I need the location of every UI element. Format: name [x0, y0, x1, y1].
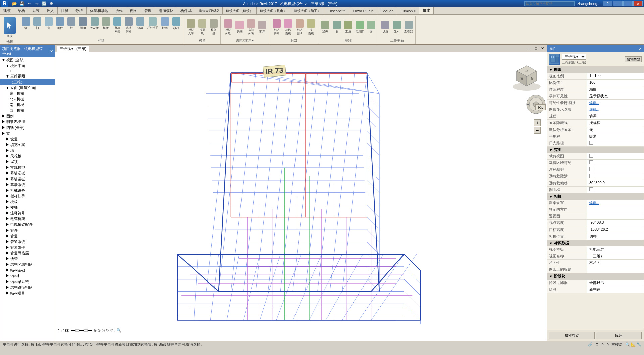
tab-systems[interactable]: 系统 [29, 7, 43, 14]
tab-architecture[interactable]: 建筑 [0, 7, 14, 14]
search-input[interactable] [524, 1, 575, 6]
tree-item[interactable]: 东 - 机械 [0, 91, 55, 96]
area-btn[interactable]: 面积 [257, 20, 268, 35]
tab-annotation[interactable]: 注释 [58, 7, 72, 14]
tree-item[interactable]: ▶ 结构柱 [0, 273, 55, 279]
room-btn[interactable]: 房间 [234, 20, 245, 35]
tag-room-btn[interactable]: 标记房间 [271, 19, 282, 36]
stair-btn[interactable]: 楼梯 [171, 17, 182, 31]
model-group-btn[interactable]: 模型组 [208, 19, 219, 36]
sync-btn[interactable]: 🔄 [41, 0, 48, 7]
tree-item[interactable]: 南 - 机械 [0, 102, 55, 108]
tab-jzds-arch2[interactable]: 建筑大师（建筑） [223, 7, 257, 14]
vertical-btn[interactable]: 垂直 [343, 20, 354, 34]
section-box-checkbox[interactable] [589, 187, 593, 191]
prop-apply-btn[interactable]: 应用 [596, 332, 642, 339]
tree-item[interactable]: ▶ 结构梁系统 [0, 279, 55, 285]
tree-item[interactable]: ▶ 机械设备 [0, 188, 55, 193]
prop-section-camera[interactable]: ▼相机 [547, 193, 644, 200]
wall-btn[interactable]: 墙 [20, 17, 31, 31]
tree-item[interactable]: ▶ 注释符号 [0, 210, 55, 216]
tree-item[interactable]: ▶ 管道系统 [0, 239, 55, 245]
tree-item[interactable]: ▶ 结构项目 [0, 290, 55, 296]
minimize-btn[interactable]: — [613, 1, 623, 6]
viewport-close-icon[interactable]: ✕ [540, 46, 545, 51]
by-area-btn[interactable]: 按面积 [306, 19, 316, 36]
curtainwall-sys-btn[interactable]: 幕墙系统 [112, 17, 123, 34]
tree-item[interactable]: ▶ 填充图案 [0, 142, 55, 148]
view-cube[interactable]: 上 右 前 [510, 59, 543, 93]
tree-item[interactable]: ▶ 族 [0, 131, 55, 136]
help-btn[interactable]: ? [603, 1, 612, 6]
ann-crop-checkbox[interactable] [589, 167, 593, 171]
render-settings-edit-btn[interactable]: 编辑... [589, 201, 599, 205]
prop-type-dropdown[interactable]: 三维视图 [562, 54, 586, 60]
dormer-btn[interactable]: 老虎窗 [354, 20, 365, 34]
tab-fuzor[interactable]: Fuzor Plugin [349, 7, 377, 14]
tree-item[interactable]: ▶ 幕墙竖梃 [0, 176, 55, 182]
mullion-btn[interactable]: 竖梃 [135, 17, 146, 31]
project-browser-close-icon[interactable]: ✕ [50, 49, 53, 54]
tab-jzds-mep[interactable]: 建筑大师（机电） [257, 7, 290, 14]
tab-lumion[interactable]: Lumion® [397, 7, 419, 14]
properties-close-icon[interactable]: ✕ [639, 47, 642, 51]
graphic-display-edit-btn[interactable]: 编辑... [589, 107, 599, 112]
tree-item[interactable]: ▶ 天花板 [0, 153, 55, 159]
tree-item[interactable]: ▼ 立面 (建筑立面) [0, 85, 55, 91]
tag-area-btn[interactable]: 标记面积 [283, 19, 293, 36]
tree-item[interactable]: ▶ 结构基础 [0, 267, 55, 273]
tab-analysis[interactable]: 分析 [72, 7, 87, 14]
maximize-btn[interactable]: □ [623, 1, 633, 6]
tab-collaborate[interactable]: 协作 [112, 7, 126, 14]
tree-item[interactable]: ▶ 结构区域钢筋 [0, 262, 55, 267]
component-btn[interactable]: 构件 [55, 17, 65, 31]
tab-addins[interactable]: 附加模块 [155, 7, 177, 14]
crop-vis-checkbox[interactable] [589, 160, 593, 164]
tree-item[interactable]: ▶ 楼梯 [0, 205, 55, 210]
zoom-out-btn[interactable]: − [534, 127, 541, 134]
tree-item[interactable]: ▶ 管道隔热层 [0, 250, 55, 256]
tree-item[interactable]: ▶ 图例 [0, 113, 55, 119]
tag-sheet-btn[interactable]: 标记图纸 [294, 19, 305, 36]
tree-item[interactable]: ▶ 电缆桥架 [0, 216, 55, 222]
tree-item[interactable]: （三维） [0, 79, 55, 85]
show-btn[interactable]: 显示 [391, 20, 402, 34]
tree-item[interactable]: ▶ 屋顶 [0, 159, 55, 165]
edit-type-btn[interactable]: 编辑类型 [625, 56, 642, 62]
ceiling-btn[interactable]: 天花板 [89, 17, 100, 31]
tree-item[interactable]: 西 - 机械 [0, 108, 55, 113]
viewport-tab-label[interactable]: 三维视图: (三维) [57, 46, 89, 52]
tab-insert[interactable]: 插入 [43, 7, 58, 14]
door-btn[interactable]: 门 [32, 17, 43, 31]
save-btn[interactable]: 💾 [19, 0, 25, 7]
wall-opening-btn[interactable]: 墙 [331, 20, 342, 34]
tree-item[interactable]: ▶ 管件 [0, 227, 55, 233]
viewport-restore-icon[interactable]: □ [533, 46, 538, 51]
tab-component[interactable]: 构件坞 [177, 7, 195, 14]
prop-help-btn[interactable]: 属性帮助 [549, 332, 595, 339]
tree-item[interactable]: ▶ 幕墙嵌板 [0, 170, 55, 176]
tab-geolab[interactable]: GeoLab [377, 7, 397, 14]
zoom-in-btn[interactable]: + [534, 119, 541, 126]
tab-mass[interactable]: 体量和场地 [87, 7, 112, 14]
close-btn[interactable]: ✕ [633, 1, 643, 6]
modify-btn[interactable]: 修改 [3, 17, 17, 39]
sun-path-checkbox[interactable] [589, 141, 593, 145]
tree-item[interactable]: ▼ 三维视图 [0, 73, 55, 79]
tab-enscape[interactable]: Enscape™ [324, 7, 350, 14]
tab-manage[interactable]: 管理 [141, 7, 155, 14]
far-clip-checkbox[interactable] [589, 174, 593, 178]
tab-jzds-arch[interactable]: 建筑大师V3.2 [195, 7, 223, 14]
tree-item[interactable]: ▶ 电缆桥架配件 [0, 222, 55, 227]
prop-section-identity[interactable]: ▼标识数据 [547, 240, 644, 246]
set-btn[interactable]: 设置 [380, 20, 391, 34]
viewport-canvas[interactable]: 上 右 前 + − [55, 52, 547, 341]
model-text-btn[interactable]: 模型文字 [185, 19, 196, 36]
open-btn[interactable]: 📂 [11, 0, 18, 7]
roof-btn[interactable]: 屋顶 [77, 17, 88, 31]
crop-view-checkbox[interactable] [589, 154, 593, 158]
face-btn[interactable]: 面 [366, 20, 376, 34]
tree-item[interactable]: ▶ 管道附件 [0, 245, 55, 250]
tree-item[interactable]: ▶ 图纸 (全部) [0, 125, 55, 131]
tree-item[interactable]: ▶ 管道 [0, 233, 55, 239]
